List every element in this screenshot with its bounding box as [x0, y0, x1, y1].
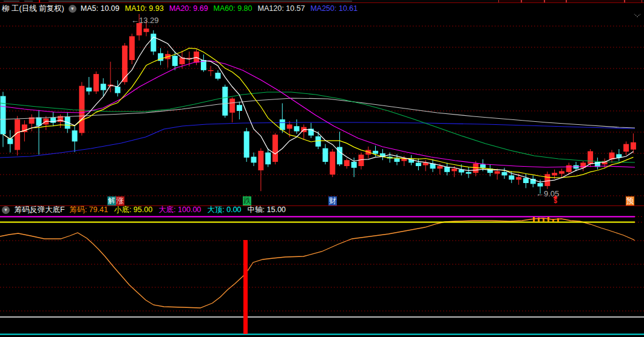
toolbar-button-clipped[interactable]	[566, 0, 625, 3]
toolbar-button-clipped[interactable]	[498, 0, 521, 3]
candlestick-chart[interactable]	[0, 0, 644, 337]
chart-header: 柳 工(日线 前复权) ▾ MA5: 10.09MA10: 9.93MA20: …	[0, 3, 644, 14]
ma-legend: MA5: 10.09MA10: 9.93MA20: 9.69MA60: 9.80…	[81, 4, 363, 13]
indicator-panel-layer	[0, 217, 644, 335]
ma-legend-item: MA20: 9.69	[169, 4, 208, 13]
toolbar-text-fragment	[24, 1, 33, 2]
toolbar-divider	[39, 0, 40, 2]
event-badge[interactable]: 跌	[243, 196, 251, 205]
indicator-field: 小底: 95.00	[114, 205, 152, 214]
ma-legend-item: MA250: 10.61	[310, 4, 358, 13]
ma10-line	[3, 48, 633, 178]
ma-legend-item: MA60: 9.80	[214, 4, 253, 13]
indicator-header: ▾ 筹码反弹大底F 筹码: 79.41小底: 95.00大底: 100.00大顶…	[0, 206, 644, 214]
toolbar-button-clipped[interactable]	[521, 0, 544, 3]
chevron-down-icon[interactable]: ▾	[69, 5, 76, 13]
ma60-line	[0, 92, 635, 162]
event-badge[interactable]: 财	[328, 196, 337, 205]
ma-legend-item: MA10: 9.93	[125, 4, 164, 13]
indicator-field: 大顶: 0.00	[207, 205, 241, 214]
peak-price-label: ←13.29	[131, 16, 159, 25]
moving-average-lines	[0, 37, 635, 182]
toolbar-button-clipped[interactable]	[544, 0, 566, 3]
indicator-name[interactable]: 筹码反弹大底F	[15, 205, 65, 215]
event-badge[interactable]: 涨	[116, 196, 124, 205]
candles-layer	[1, 14, 636, 194]
ma-legend-item: MA5: 10.09	[81, 4, 120, 13]
top-toolbar-clipped[interactable]	[0, 0, 644, 3]
dollar-glyph: $	[551, 198, 560, 204]
indicator-field: 筹码: 79.41	[70, 205, 108, 214]
toolbar-text-fragment	[49, 1, 352, 2]
chouma-curve	[0, 218, 635, 308]
indicator-field: 中轴: 15.00	[248, 205, 286, 214]
indicator-values: 筹码: 79.41小底: 95.00大底: 100.00大顶: 0.00中轴: …	[70, 205, 292, 215]
signal-bar	[243, 240, 248, 334]
dividend-marker-icon[interactable]: $	[551, 195, 560, 205]
trading-terminal-window: 柳 工(日线 前复权) ▾ MA5: 10.09MA10: 9.93MA20: …	[0, 0, 644, 337]
event-badge[interactable]: 解	[107, 196, 116, 205]
toolbar-button-clipped[interactable]	[625, 0, 642, 3]
indicator-field: 大底: 100.00	[158, 205, 201, 214]
ma-legend-item: MA120: 10.57	[258, 4, 305, 13]
event-badge[interactable]: 预	[626, 196, 634, 205]
toolbar-text-fragment	[4, 1, 19, 2]
chevron-down-icon[interactable]: ▾	[2, 206, 10, 214]
stock-title: 柳 工(日线 前复权)	[2, 4, 64, 14]
